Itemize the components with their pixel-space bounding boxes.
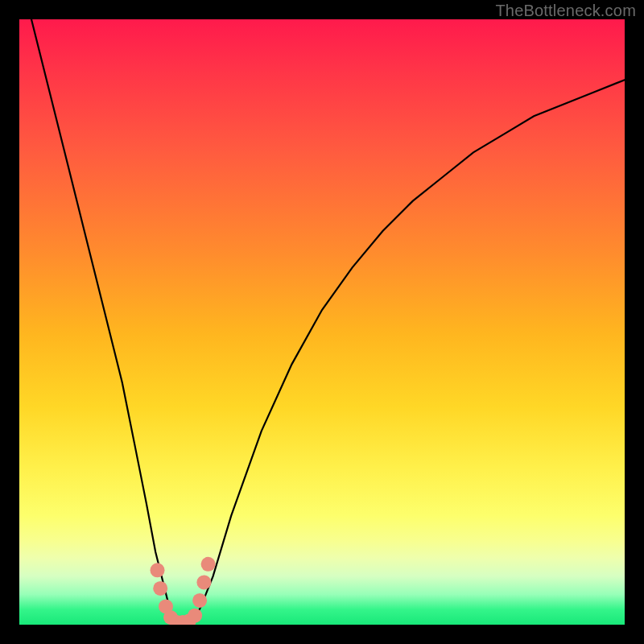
bottleneck-curve <box>19 19 625 625</box>
marker-dot <box>201 557 216 572</box>
highlight-dots <box>151 557 216 625</box>
chart-frame: TheBottleneck.com <box>0 0 644 644</box>
marker-dot <box>151 563 165 577</box>
plot-area <box>19 19 625 625</box>
marker-dot <box>188 609 202 623</box>
marker-dot <box>196 575 211 589</box>
watermark-text: TheBottleneck.com <box>495 2 636 20</box>
marker-dot <box>192 593 207 608</box>
curve-line <box>31 19 625 625</box>
marker-dot <box>153 581 167 596</box>
